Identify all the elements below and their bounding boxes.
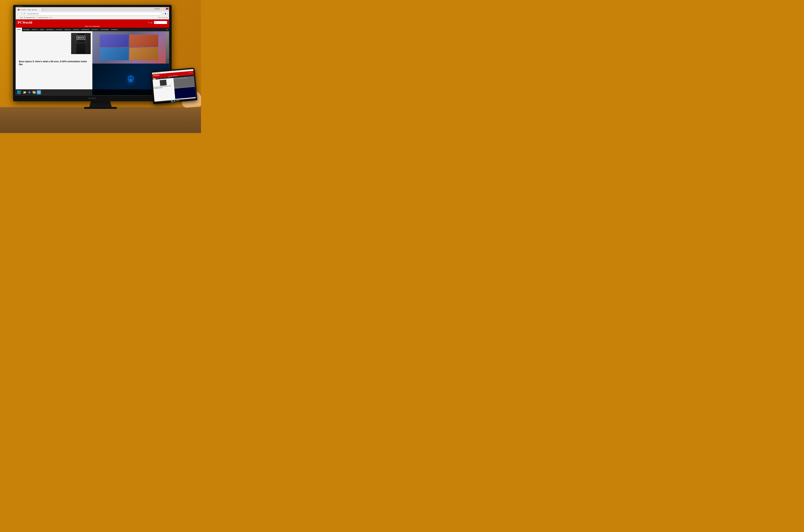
tab-close-button[interactable]: × bbox=[39, 9, 40, 11]
nav-item-tablets[interactable]: TABLETS bbox=[63, 28, 72, 31]
nav-item-video[interactable]: VIDEO bbox=[39, 28, 45, 31]
bookmark-imported[interactable]: 📁 Imported From IE bbox=[36, 17, 49, 18]
pcworld-logo[interactable]: PCWorld bbox=[18, 20, 32, 25]
suggested-sites-label: Suggested Sites bbox=[26, 17, 35, 18]
nav-item-howto[interactable]: HOW-TO bbox=[31, 28, 39, 31]
tv-display: AQUOS ⏻ PCWorld - News, tips and ... × +… bbox=[13, 5, 172, 101]
refresh-button[interactable]: ↺ bbox=[23, 13, 25, 15]
url-bar[interactable] bbox=[25, 12, 162, 15]
tablet-outer-frame: www.pcworld.com PCWorld f y g+ 🔍 Work. L… bbox=[151, 68, 197, 104]
search-box[interactable]: 🔍 bbox=[154, 21, 167, 24]
person-icon: 👤 bbox=[164, 13, 166, 15]
hero-article-title: Boxx Apexx 5: Here's what a 36-core, 5-G… bbox=[19, 60, 89, 66]
nav-dropdown-button[interactable]: ▼ bbox=[165, 29, 169, 31]
nav-item-laptops[interactable]: LAPTOPS bbox=[55, 28, 63, 31]
boxx-workstation-image: BOXX bbox=[71, 33, 91, 54]
article-card-screens[interactable]: b... bbox=[92, 31, 169, 63]
tablet-nav-news: NEWS bbox=[153, 78, 156, 79]
nav-item-security[interactable]: SECURITY bbox=[90, 28, 100, 31]
browser-tab-active[interactable]: ⏻ PCWorld - News, tips and ... × bbox=[16, 8, 41, 12]
nav-item-reviews[interactable]: REVIEWS bbox=[22, 28, 31, 31]
minimize-button[interactable]: — bbox=[160, 8, 163, 10]
profile-name: Thomas bbox=[154, 8, 160, 10]
svg-rect-3 bbox=[131, 81, 133, 82]
bookmark-se[interactable]: ↗ se bbox=[50, 17, 52, 18]
nav-item-software[interactable]: SOFTWARE bbox=[100, 28, 110, 31]
screen-2 bbox=[129, 35, 159, 47]
bookmark-suggested[interactable]: 🔖 Suggested Sites bbox=[24, 17, 35, 18]
boxx-logo: BOXX bbox=[77, 36, 85, 40]
header-right: f y g+ 🔍 bbox=[148, 21, 167, 24]
imported-label: Imported From IE bbox=[38, 17, 49, 18]
se-label: se bbox=[51, 17, 52, 18]
tablet-card-security bbox=[174, 87, 196, 99]
hero-article[interactable]: Boxx Apexx 5: Here's what a 36-core, 5-G… bbox=[16, 31, 92, 95]
skull-svg bbox=[127, 75, 135, 84]
taskbar-icon-settings[interactable]: ⚙ bbox=[37, 90, 41, 94]
svg-rect-2 bbox=[130, 81, 131, 82]
menu-icon[interactable]: ≡ bbox=[167, 13, 168, 15]
apps-label: Apps bbox=[20, 17, 23, 18]
multi-screen-image bbox=[92, 31, 166, 63]
nav-item-phones[interactable]: PHONES bbox=[72, 28, 80, 31]
taskbar-pinned-icons: 📁 bbox=[22, 90, 41, 94]
forward-button[interactable]: → bbox=[20, 13, 23, 15]
twitter-icon[interactable]: y bbox=[149, 22, 150, 23]
tablet-taskbar-icon: 📁 bbox=[173, 100, 176, 102]
share-icon: ↗ bbox=[50, 17, 51, 18]
table-surface bbox=[0, 107, 201, 133]
bookmark-folder-icon: 📁 bbox=[36, 17, 38, 18]
svg-rect-1 bbox=[129, 81, 130, 82]
close-button[interactable]: ✕ bbox=[166, 8, 168, 10]
nav-item-business[interactable]: BUSINESS bbox=[45, 28, 54, 31]
taskbar-icon-steam[interactable] bbox=[27, 90, 32, 94]
browser-chrome: ⏻ PCWorld - News, tips and ... × + Thoma… bbox=[16, 7, 169, 19]
chrome-icon-svg bbox=[32, 91, 36, 94]
pcworld-main-content: Boxx Apexx 5: Here's what a 36-core, 5-G… bbox=[16, 31, 169, 95]
tablet-content: Boxx Apexx 5: Here's what a 36-core, 5-G… bbox=[152, 76, 196, 101]
tablet-screen: www.pcworld.com PCWorld f y g+ 🔍 Work. L… bbox=[152, 69, 196, 102]
start-button[interactable] bbox=[17, 90, 21, 95]
tablet-hero-article: Boxx Apexx 5: Here's what a 36-core, 5-G… bbox=[152, 78, 175, 101]
screens-grid bbox=[100, 35, 158, 60]
bookmark-apps[interactable]: ⋮⋮ Apps bbox=[17, 17, 23, 18]
screens-article-title: b... bbox=[167, 59, 169, 62]
nav-item-hardware[interactable]: HARDWARE bbox=[80, 28, 91, 31]
pcworld-website: PCWorld f y g+ 🔍 Work. Life. bbox=[16, 19, 169, 95]
nav-item-gadgets[interactable]: GADGETS bbox=[110, 28, 119, 31]
social-icons: f y g+ bbox=[148, 22, 153, 23]
tablet-hero-title: Boxx Apexx 5: Here's what a 36-core, 5-G… bbox=[154, 85, 173, 89]
screen-4 bbox=[129, 48, 159, 60]
screen-1 bbox=[100, 35, 129, 47]
tablet-pcworld-logo: PCWorld bbox=[153, 74, 160, 76]
tablet-hero-image bbox=[160, 79, 167, 86]
profile-area: Thomas — □ ✕ bbox=[154, 8, 168, 10]
svg-point-8 bbox=[29, 92, 30, 93]
tablet-social: f y g+ 🔍 bbox=[189, 72, 193, 73]
google-plus-icon[interactable]: g+ bbox=[151, 22, 153, 23]
maximize-button[interactable]: □ bbox=[163, 8, 165, 10]
tablet-device: www.pcworld.com PCWorld f y g+ 🔍 Work. L… bbox=[151, 68, 199, 107]
other-bookmarks[interactable]: Other bookmarks bbox=[158, 17, 168, 18]
pcworld-navigation: NEWS REVIEWS HOW-TO VIDEO BUSINESS LAPTO… bbox=[16, 28, 169, 31]
tablet-news-label: NewS bbox=[176, 100, 180, 101]
taskbar-icon-chrome[interactable] bbox=[32, 90, 36, 94]
new-tab-button[interactable]: + bbox=[41, 8, 45, 11]
search-icon: 🔍 bbox=[155, 22, 156, 23]
star-icon[interactable]: ★ bbox=[162, 13, 164, 15]
back-button[interactable]: ← bbox=[17, 13, 19, 15]
tablet-right-col: How to turn your old phone into a basic … bbox=[173, 76, 196, 99]
tab-favicon: ⏻ bbox=[18, 9, 19, 11]
svg-point-5 bbox=[131, 77, 133, 79]
taskbar-icon-explorer[interactable]: 📁 bbox=[22, 90, 27, 94]
scene: AQUOS ⏻ PCWorld - News, tips and ... × +… bbox=[0, 0, 201, 133]
windows-logo bbox=[17, 91, 21, 94]
tablet-card-screens: How to turn your old phone into a basic … bbox=[173, 76, 195, 89]
tv-screen: ⏻ PCWorld - News, tips and ... × + Thoma… bbox=[15, 7, 169, 96]
apps-grid-icon: ⋮⋮ bbox=[17, 17, 20, 18]
facebook-icon[interactable]: f bbox=[148, 22, 148, 23]
browser-controls: ← → ↺ ★ 👤 ≡ bbox=[16, 12, 169, 16]
tablet-windows-logo bbox=[171, 100, 173, 102]
bookmark-icon-star: 🔖 bbox=[24, 17, 25, 18]
nav-item-news[interactable]: NEWS bbox=[16, 28, 22, 31]
